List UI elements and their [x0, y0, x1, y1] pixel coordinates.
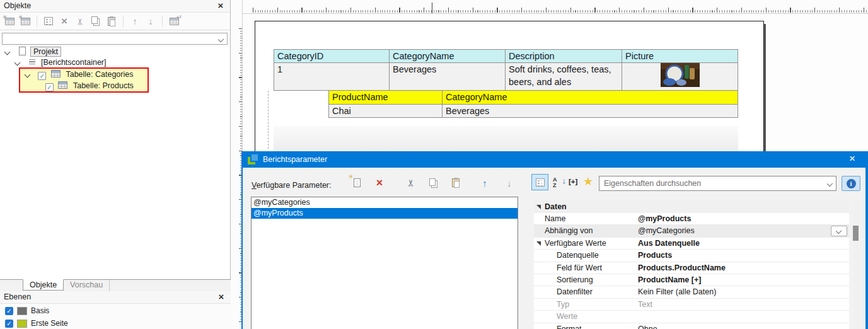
close-icon[interactable]: ×	[217, 291, 226, 303]
checkbox-checked[interactable]: ✓	[5, 307, 13, 315]
ruler-number	[231, 219, 240, 229]
objects-panel-header: Objekte ×	[0, 0, 230, 13]
delete-parameter-button[interactable]: ×	[373, 175, 386, 190]
ruler-ticks	[253, 8, 868, 13]
cell-category-name[interactable]: Beverages	[443, 105, 738, 118]
column-header[interactable]: CategoryID	[274, 50, 390, 63]
new-table-button[interactable]: ✶	[4, 16, 15, 27]
property-search-combobox[interactable]: Eigenschaften durchsuchen	[599, 176, 836, 191]
info-button[interactable]: i	[842, 176, 860, 191]
expand-all-button[interactable]: [+]	[569, 178, 577, 185]
property-category[interactable]: Daten	[534, 200, 849, 213]
ruler-number	[231, 194, 240, 204]
side-tab-bar: Objekte Vorschau	[0, 279, 231, 291]
close-icon[interactable]: ×	[216, 0, 225, 12]
tree-item-reportcontainer[interactable]: [Berichtscontainer]	[0, 57, 107, 68]
new-parameter-button[interactable]: ✶	[350, 175, 364, 190]
layer-item-erste-seite[interactable]: ✓ Erste Seite	[0, 318, 231, 329]
layers-panel-title: Ebenen	[4, 292, 31, 301]
new-linked-table-button[interactable]: ✶	[20, 16, 31, 27]
expander-icon[interactable]	[14, 60, 21, 66]
sort-alphabetical-button[interactable]: A Z ↓	[553, 175, 567, 190]
property-value	[638, 311, 849, 322]
cell-category-id[interactable]: 1	[274, 63, 390, 91]
categories-table[interactable]: CategoryID CategoryName Description Pict…	[274, 49, 738, 91]
property-row[interactable]: Verfügbare Werte Aus Datenquelle	[534, 238, 849, 250]
cell-description[interactable]: Soft drinks, coffees, teas, beers, and a…	[506, 63, 622, 91]
cut-button[interactable]: ✂	[403, 176, 419, 190]
property-label: Verfügbare Werte	[534, 238, 638, 249]
layer-label: Erste Seite	[31, 319, 68, 328]
paste-button[interactable]	[449, 175, 463, 190]
available-parameters-label: Verfügbare Parameter:	[252, 181, 331, 190]
tab-objects[interactable]: Objekte	[23, 279, 64, 291]
move-up-button[interactable]: ↑	[129, 16, 141, 27]
ruler-number	[231, 316, 240, 326]
tree-item-label[interactable]: Projekt	[30, 47, 61, 57]
parameter-item-selected[interactable]: @myProducts	[252, 208, 518, 219]
assign-container-button[interactable]: ↵	[168, 16, 180, 27]
ruler-number	[231, 292, 240, 302]
paste-button[interactable]	[106, 16, 117, 27]
ruler-number	[231, 96, 240, 107]
move-down-button[interactable]: ↓	[145, 16, 156, 27]
dialog-titlebar[interactable]: Berichtsparameter ×	[243, 151, 865, 168]
parameter-item[interactable]: @myCategories	[252, 197, 518, 208]
copy-button[interactable]	[90, 16, 101, 27]
delete-button[interactable]: ×	[59, 16, 70, 27]
property-row[interactable]: Datenfilter Kein Filter (alle Daten)	[534, 286, 849, 298]
categorized-view-button[interactable]	[531, 174, 548, 190]
property-row[interactable]: Typ Text	[534, 299, 849, 311]
layer-color-swatch	[17, 320, 27, 328]
property-row[interactable]: Werte	[534, 311, 849, 323]
cell-product-name[interactable]: Chai	[329, 105, 443, 118]
property-label: Sortierung	[534, 274, 638, 286]
property-row[interactable]: Name @myProducts	[534, 213, 849, 225]
move-down-button[interactable]: ↓	[502, 175, 516, 190]
object-filter-combobox[interactable]	[2, 33, 228, 45]
property-grid[interactable]: Daten Name @myProducts Abhängig von @myC…	[534, 200, 849, 329]
cell-category-name[interactable]: Beverages	[390, 63, 506, 91]
column-header[interactable]: ProductName	[329, 91, 443, 105]
layer-item-basis[interactable]: ✓ Basis	[0, 305, 231, 316]
properties-button[interactable]	[43, 16, 54, 27]
property-row[interactable]: Abhängig von @myCategories	[534, 225, 849, 237]
column-header[interactable]: Description	[506, 50, 622, 63]
property-row[interactable]: Feld für Wert Products.ProductName	[534, 262, 849, 274]
dropdown-button[interactable]	[831, 226, 847, 236]
favorites-button[interactable]: ★	[583, 175, 593, 188]
products-subtable[interactable]: ProductName CategoryName Chai Beverages	[328, 90, 738, 118]
expander-icon[interactable]	[4, 49, 11, 55]
objects-toolbar: ✶ ✶ × ✂ ↑ ↓ ↵	[0, 13, 230, 30]
ruler-number	[231, 170, 240, 180]
property-row[interactable]: Format Ohne	[534, 323, 849, 329]
property-grid-scrollbar[interactable]	[853, 200, 859, 329]
property-label: Datenfilter	[534, 286, 638, 297]
parameter-list[interactable]: @myCategories @myProducts	[251, 197, 518, 329]
scrollbar-thumb[interactable]	[853, 226, 859, 241]
cell-picture[interactable]	[622, 63, 738, 91]
property-value: Ohne	[638, 323, 849, 329]
collapse-triangle-icon[interactable]	[536, 205, 541, 209]
container-icon	[29, 59, 35, 65]
checkbox-checked[interactable]: ✓	[5, 320, 13, 328]
move-up-button[interactable]: ↑	[478, 175, 492, 190]
column-header[interactable]: CategoryName	[443, 91, 738, 105]
ruler-number	[231, 121, 240, 131]
column-header[interactable]: CategoryName	[390, 50, 506, 63]
close-icon[interactable]: ×	[847, 151, 858, 168]
copy-button[interactable]	[427, 175, 441, 190]
tree-item-project[interactable]: Projekt	[0, 47, 61, 57]
report-parameters-dialog: Berichtsparameter × Verfügbare Parameter…	[241, 151, 868, 329]
property-label: Abhängig von	[534, 225, 638, 236]
collapse-triangle-icon[interactable]	[536, 241, 541, 246]
tab-preview[interactable]: Vorschau	[64, 280, 110, 291]
tree-item-label[interactable]: [Berichtscontainer]	[41, 58, 107, 67]
ruler-number	[231, 23, 240, 33]
property-row[interactable]: Datenquelle Products	[534, 250, 849, 262]
property-row[interactable]: Sortierung ProductName [+]	[534, 274, 849, 286]
selection-dashed-line	[268, 91, 269, 149]
column-header[interactable]: Picture	[622, 50, 738, 63]
chevron-down-icon	[827, 181, 833, 187]
cut-button[interactable]: ✂	[74, 16, 86, 27]
